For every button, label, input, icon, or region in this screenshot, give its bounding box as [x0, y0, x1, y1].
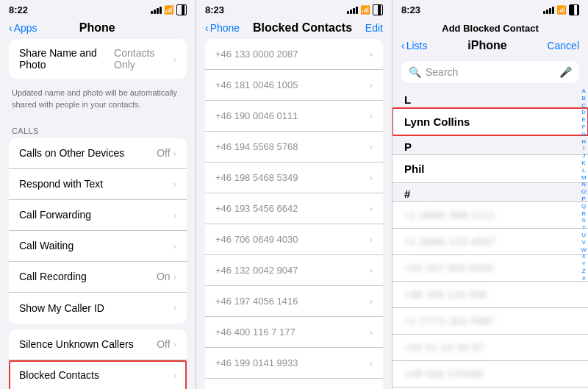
- blocked-contact-7[interactable]: +46 706 0649 4030 ›: [205, 224, 383, 255]
- blurred-contact-2[interactable]: +1 (888) 123-4567: [392, 229, 588, 255]
- phone-num-5: +46 198 5468 5349: [215, 172, 298, 183]
- status-icons-3: 📶 ▐: [543, 4, 579, 15]
- nav-back-phone[interactable]: ‹ Phone: [205, 22, 240, 34]
- panel-add-blocked: 8:23 📶 ▐ Add Blocked Contact ‹ Lists iPh…: [392, 0, 588, 389]
- blocked-contact-4[interactable]: +46 194 5568 5768 ›: [205, 132, 383, 163]
- contacts-scroll[interactable]: L Lynn Collins P Phil # +1 (999) 999-111…: [392, 89, 588, 389]
- alpha-E[interactable]: E: [581, 117, 587, 124]
- alpha-G[interactable]: G: [581, 132, 587, 138]
- settings-scroll[interactable]: Share Name and Photo Contacts Only › Upd…: [0, 39, 196, 389]
- alpha-hash[interactable]: #: [581, 276, 587, 282]
- alpha-O[interactable]: O: [581, 189, 587, 196]
- cancel-button[interactable]: Cancel: [547, 40, 579, 51]
- phone-num-1: +46 133 0000 2087: [215, 49, 298, 60]
- add-blocked-title: Add Blocked Contact: [442, 23, 538, 34]
- alpha-M[interactable]: M: [581, 175, 587, 182]
- search-icon: 🔍: [409, 66, 421, 78]
- silence-unknown[interactable]: Silence Unknown Callers Off ›: [9, 329, 187, 360]
- alpha-Q[interactable]: Q: [581, 204, 587, 210]
- respond-with-text[interactable]: Respond with Text ›: [9, 169, 187, 200]
- alpha-P[interactable]: P: [581, 196, 587, 203]
- alpha-D[interactable]: D: [581, 110, 587, 116]
- nav-bar-3: ‹ Lists iPhone Cancel: [392, 36, 588, 57]
- alpha-R[interactable]: R: [581, 211, 587, 218]
- alpha-F[interactable]: F: [581, 124, 587, 131]
- nav-back-lists[interactable]: ‹ Lists: [401, 40, 427, 51]
- chevron-icon-6: ›: [173, 271, 176, 282]
- chevron-icon-7: ›: [173, 302, 176, 313]
- chevron-bc-9: ›: [370, 296, 373, 307]
- share-name-value: Contacts Only: [114, 47, 171, 71]
- share-name-item[interactable]: Share Name and Photo Contacts Only ›: [9, 39, 187, 79]
- nav-title-iphone: iPhone: [467, 39, 506, 52]
- blocked-contact-9[interactable]: +46 197 4056 1416 ›: [205, 286, 383, 317]
- alpha-Y[interactable]: Y: [581, 261, 587, 268]
- alpha-A[interactable]: A: [581, 88, 587, 95]
- contact-phil[interactable]: Phil: [392, 155, 588, 182]
- battery-icon-1: ▐: [176, 4, 187, 15]
- panel-phone-settings: 8:22 📶 ▐ ‹ Apps Phone Share Name and Pho…: [0, 0, 196, 389]
- chevron-bc-11: ›: [370, 357, 373, 368]
- blocked-contact-3[interactable]: +46 190 0046 0111 ›: [205, 101, 383, 132]
- blocked-contacts-item[interactable]: Blocked Contacts ›: [9, 360, 187, 389]
- alpha-T[interactable]: T: [581, 225, 587, 232]
- alpha-W[interactable]: W: [581, 247, 587, 254]
- alpha-I[interactable]: I: [581, 146, 587, 152]
- calls-other-devices[interactable]: Calls on Other Devices Off ›: [9, 138, 187, 169]
- add-blocked-title-bar: Add Blocked Contact: [392, 18, 588, 36]
- search-input[interactable]: Search: [426, 66, 555, 78]
- nav-back-apps[interactable]: ‹ Apps: [9, 22, 37, 34]
- alpha-K[interactable]: K: [581, 160, 587, 167]
- alpha-U[interactable]: U: [581, 232, 587, 239]
- blurred-contact-7[interactable]: +49 030 123456: [392, 361, 588, 388]
- edit-button[interactable]: Edit: [365, 22, 383, 34]
- blocked-scroll[interactable]: +46 133 0000 2087 › +46 181 0046 1005 › …: [196, 39, 392, 389]
- blocked-contact-1[interactable]: +46 133 0000 2087 ›: [205, 39, 383, 70]
- search-bar[interactable]: 🔍 Search 🎤: [401, 61, 579, 83]
- chevron-bc-4: ›: [370, 141, 373, 152]
- alpha-J[interactable]: J: [581, 153, 587, 160]
- alpha-S[interactable]: S: [581, 218, 587, 224]
- panel-blocked-contacts: 8:23 📶 ▐ ‹ Phone Blocked Contacts Edit +…: [196, 0, 392, 389]
- call-waiting[interactable]: Call Waiting ›: [9, 231, 187, 262]
- alpha-Z[interactable]: Z: [581, 268, 587, 275]
- blurred-contact-6[interactable]: +33 01 23 45 67: [392, 335, 588, 361]
- share-name-label: Share Name and Photo: [19, 47, 114, 71]
- blocked-contact-5[interactable]: +46 198 5468 5349 ›: [205, 163, 383, 193]
- status-time-1: 8:22: [9, 4, 28, 15]
- section-header-L: L: [392, 89, 588, 107]
- signal-icon-3: [543, 7, 554, 14]
- blocked-contact-10[interactable]: +46 400 116 7 177 ›: [205, 317, 383, 348]
- blurred-contact-1[interactable]: +1 (999) 999-1111: [392, 202, 588, 229]
- alpha-C[interactable]: C: [581, 103, 587, 110]
- alpha-N[interactable]: N: [581, 182, 587, 188]
- alpha-L[interactable]: L: [581, 168, 587, 174]
- microphone-icon[interactable]: 🎤: [559, 66, 572, 78]
- alpha-H[interactable]: H: [581, 139, 587, 146]
- alpha-B[interactable]: B: [581, 96, 587, 102]
- nav-title-phone: Phone: [79, 21, 115, 35]
- chevron-icon-9: ›: [173, 370, 176, 381]
- blurred-name-1: +1 (999) 999-1111: [404, 210, 495, 221]
- blocked-contact-8[interactable]: +46 132 0042 9047 ›: [205, 255, 383, 286]
- blocked-contact-11[interactable]: +46 199 0141 9933 ›: [205, 348, 383, 379]
- battery-icon-3: ▐: [569, 4, 579, 15]
- blurred-name-4: +46 190 123 456: [404, 289, 487, 300]
- blurred-contact-4[interactable]: +46 190 123 456: [392, 282, 588, 308]
- call-forwarding[interactable]: Call Forwarding ›: [9, 200, 187, 231]
- phone-num-6: +46 193 5456 6642: [215, 203, 298, 214]
- blocked-contact-2[interactable]: +46 181 0046 1005 ›: [205, 70, 383, 101]
- show-caller-id[interactable]: Show My Caller ID ›: [9, 293, 187, 324]
- call-recording[interactable]: Call Recording On ›: [9, 262, 187, 293]
- alpha-V[interactable]: V: [581, 240, 587, 246]
- share-desc: Updated name and photo will be automatic…: [0, 85, 196, 116]
- blurred-contact-5[interactable]: +1 (777) 321-0987: [392, 308, 588, 335]
- contact-lynn-collins[interactable]: Lynn Collins: [392, 108, 588, 135]
- status-bar-2: 8:23 📶 ▐: [196, 0, 392, 18]
- blocked-contact-6[interactable]: +46 193 5456 6642 ›: [205, 193, 383, 224]
- status-bar-1: 8:22 📶 ▐: [0, 0, 196, 18]
- blocked-contact-12[interactable]: +46 (116) 906 4418 ›: [205, 379, 383, 389]
- alphabet-sidebar[interactable]: A B C D E F G H I J K L M N O P Q R S T …: [581, 88, 587, 282]
- blurred-contact-3[interactable]: +44 207 000 0000: [392, 255, 588, 282]
- alpha-X[interactable]: X: [581, 254, 587, 260]
